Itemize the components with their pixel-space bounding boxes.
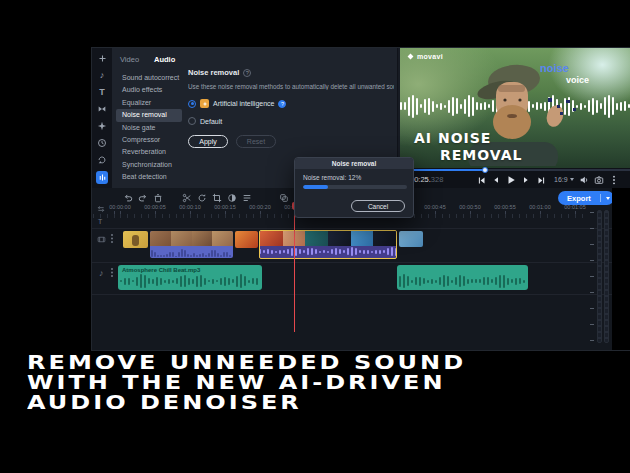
panel-title: Noise removal: [188, 68, 239, 77]
audio-icon[interactable]: ♪: [96, 69, 108, 81]
progress-bar: [303, 185, 407, 189]
progress-fill: [303, 185, 328, 189]
video-track-icon: [97, 235, 106, 245]
clip-thumbnail: [212, 231, 233, 246]
noise-removal-dialog: Noise removal Noise removal: 12% Cancel: [294, 157, 414, 218]
ruler-time-label: 00:01:05: [564, 204, 585, 210]
noise-caption: noise: [540, 62, 569, 74]
clip-thumbnail: [192, 231, 213, 246]
export-button[interactable]: Export: [558, 191, 614, 205]
promo-headline: REMOVE UNNEEDED SOUND WITH THE NEW AI-DR…: [27, 352, 466, 412]
redo-icon[interactable]: [137, 192, 148, 203]
loop-icon[interactable]: [96, 154, 108, 166]
audio-menu-item[interactable]: Reverberation: [116, 146, 182, 158]
audio-track-menu-icon[interactable]: [111, 268, 113, 270]
import-media-icon[interactable]: [96, 52, 108, 64]
linked-audio-strip: [151, 247, 232, 257]
meter-bar-right: [604, 210, 609, 343]
color-adjustments-icon[interactable]: [226, 192, 237, 203]
audio-waveform: [120, 273, 260, 289]
audio-level-meter: [590, 204, 612, 350]
ai-help-icon[interactable]: ?: [278, 100, 286, 108]
audio-menu-item[interactable]: Equalizer: [116, 97, 182, 109]
rotate-icon[interactable]: [196, 192, 207, 203]
cancel-button[interactable]: Cancel: [351, 200, 405, 212]
apply-button[interactable]: Apply: [188, 135, 228, 148]
crop-icon[interactable]: [211, 192, 222, 203]
more-options-icon[interactable]: [609, 175, 619, 185]
undo-icon[interactable]: [122, 192, 133, 203]
audio-menu-item[interactable]: Noise gate: [116, 122, 182, 134]
help-icon[interactable]: ?: [243, 69, 251, 77]
video-overlay-title-line1: AI NOISE: [414, 130, 491, 146]
track-controls-icon[interactable]: [97, 205, 105, 214]
volume-icon[interactable]: [579, 175, 589, 185]
tab-video[interactable]: Video: [120, 55, 139, 64]
snapshot-icon[interactable]: [594, 175, 604, 185]
audio-menu-item[interactable]: Noise removal: [116, 109, 182, 121]
audio-track-icon: ♪: [99, 269, 104, 278]
preview-video[interactable]: movavi noise voice AI NOISE: [400, 48, 630, 168]
video-overlay-title-line2: REMOVAL: [440, 147, 522, 163]
clip-thumbnail: [373, 231, 396, 246]
effects-icon[interactable]: [96, 120, 108, 132]
ruler-time-label: 00:00:55: [494, 204, 515, 210]
audio-tools-icon[interactable]: [96, 171, 108, 184]
titles-icon[interactable]: T: [96, 86, 108, 98]
video-clip-4-selected[interactable]: [259, 230, 397, 259]
reset-button[interactable]: Reset: [236, 135, 276, 148]
ruler-time-label: 00:00:50: [459, 204, 480, 210]
option-default[interactable]: Default: [188, 117, 394, 125]
movavi-diamond-icon: [407, 53, 414, 60]
video-clip-1[interactable]: [123, 231, 148, 248]
video-clip-5[interactable]: [399, 231, 423, 247]
audio-menu-item[interactable]: Sound autocorrect: [116, 72, 182, 84]
audio-tools-menu: Sound autocorrectAudio effectsEqualizerN…: [116, 72, 182, 184]
ruler-time-label: 00:00:45: [424, 204, 445, 210]
play-icon[interactable]: [506, 175, 516, 185]
previous-frame-icon[interactable]: [491, 175, 501, 185]
titles-track-icon[interactable]: T: [98, 218, 102, 225]
radio-unselected-icon[interactable]: [188, 117, 196, 125]
slowmo-icon[interactable]: [96, 137, 108, 149]
clip-thumbnail: [351, 231, 374, 246]
background-mask: [612, 188, 630, 350]
aspect-ratio-select[interactable]: 16:9: [554, 176, 574, 183]
voice-caption: voice: [566, 75, 589, 85]
video-clip-2[interactable]: [150, 231, 233, 258]
clip-thumbnail: [305, 231, 328, 246]
delete-icon[interactable]: [152, 192, 163, 203]
video-track-menu-icon[interactable]: [111, 234, 113, 236]
clip-audio-waveform: [260, 246, 396, 257]
radio-selected-icon[interactable]: [188, 100, 196, 108]
headline-line2: WITH THE NEW AI-DRIVEN: [27, 372, 466, 392]
copy-icon[interactable]: [278, 192, 289, 203]
tab-audio[interactable]: Audio: [154, 55, 175, 64]
ruler-time-label: 00:00:15: [214, 204, 235, 210]
movavi-logo: movavi: [407, 53, 443, 60]
ruler-time-label: 00:00:10: [179, 204, 200, 210]
ruler-time-label: 00:00:20: [249, 204, 270, 210]
audio-clip-1[interactable]: Atmosphere Chill Beat.mp3: [118, 265, 262, 290]
transitions-icon[interactable]: [96, 103, 108, 115]
go-to-end-icon[interactable]: [536, 175, 546, 185]
current-time: 00:25.328: [410, 175, 443, 184]
audio-clip-2[interactable]: [397, 265, 528, 290]
option-artificial-intelligence[interactable]: Artificial intelligence ?: [188, 99, 394, 108]
next-frame-icon[interactable]: [521, 175, 531, 185]
audio-waveform: [399, 273, 526, 289]
clip-properties-icon[interactable]: [241, 192, 252, 203]
go-to-start-icon[interactable]: [476, 175, 486, 185]
dialog-titlebar[interactable]: Noise removal: [295, 158, 413, 169]
seekbar-handle[interactable]: [482, 167, 488, 173]
audio-menu-item[interactable]: Compressor: [116, 134, 182, 146]
split-icon[interactable]: [181, 192, 192, 203]
ai-option-label: Artificial intelligence: [213, 100, 274, 107]
clip-thumbnail: [260, 231, 283, 246]
promo-canvas: ♪ T Video Audio Sound autoco: [0, 0, 630, 473]
video-clip-3[interactable]: [235, 231, 258, 248]
audio-menu-item[interactable]: Audio effects: [116, 84, 182, 96]
meter-bar-left: [597, 210, 602, 343]
audio-menu-item[interactable]: Synchronization: [116, 159, 182, 171]
audio-menu-item[interactable]: Beat detection: [116, 171, 182, 183]
